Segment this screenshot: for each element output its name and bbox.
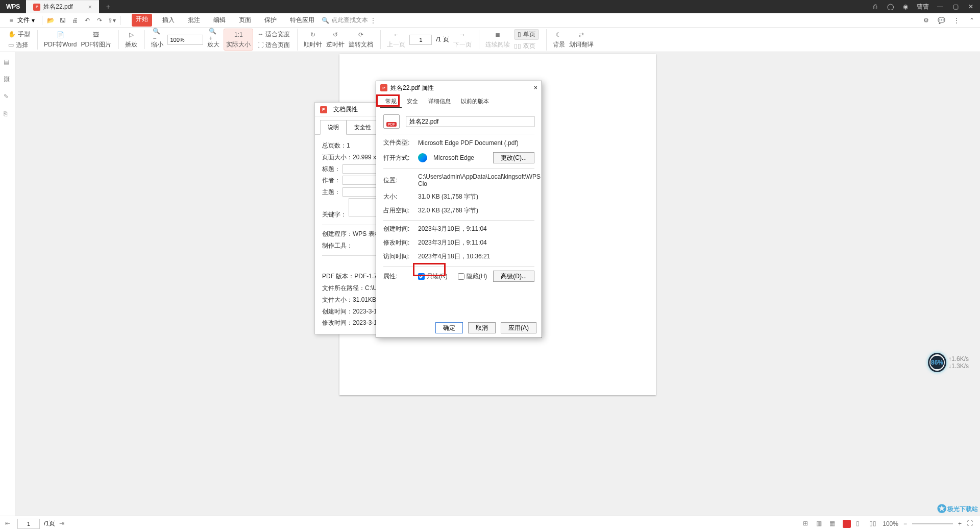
rotate-ccw-button[interactable]: ↺逆时针 [326,30,345,49]
page-number-input[interactable] [409,35,432,45]
windows-properties-dialog: P 姓名22.pdf 属性 × 常规 安全 详细信息 以前的版本 文件类型:Mi… [376,81,542,338]
prev-page-button[interactable]: ←上一页 [387,30,405,49]
cancel-button[interactable]: 取消 [468,322,496,333]
print-icon[interactable]: 🖨 [71,16,79,25]
sync-icon[interactable]: ◯ [886,3,894,11]
tab-annotate[interactable]: 批注 [185,14,203,27]
tab-security[interactable]: 安全性 [347,120,379,134]
thumbnails-icon[interactable]: ▤ [4,58,12,66]
tab-details[interactable]: 详细信息 [423,95,456,108]
maximize-icon[interactable]: ▢ [951,3,960,11]
status-page-input[interactable] [17,519,40,529]
document-canvas: P 文档属性 说明 安全性 总页数：1 页面大小：20.999 x 29 标题：… [15,52,980,516]
double-page-button[interactable]: ▯▯双页 [514,42,539,51]
dialog-title: 文档属性 [333,105,358,114]
tab-previous-versions[interactable]: 以前的版本 [456,95,494,108]
background-button[interactable]: ☾背景 [553,30,565,49]
next-page-button[interactable]: →下一页 [453,30,472,49]
pdf-to-image-button[interactable]: 🖼PDF转图片 [81,30,111,49]
add-tab-button[interactable]: + [99,3,117,11]
apply-button[interactable]: 应用(A) [501,322,536,333]
file-menu-button[interactable]: ≡ 文件 ▾ [4,15,38,26]
zoom-out-icon[interactable]: − [903,520,907,527]
view-icon[interactable]: ▥ [816,520,824,528]
fit-width-button[interactable]: ↔适合宽度 [257,30,290,39]
tab-insert[interactable]: 插入 [159,14,178,27]
save-icon[interactable]: 🖫 [59,16,67,25]
fit-page-button[interactable]: ⛶适合页面 [257,41,290,50]
layout-icon[interactable]: ▦ [829,520,838,528]
filename-input[interactable] [406,116,534,127]
page-icon[interactable]: ▯ [856,520,864,528]
open-icon[interactable]: 📂 [46,16,55,25]
close-window-icon[interactable]: ✕ [967,3,975,11]
pdf-icon: P [320,106,327,113]
user-avatar[interactable]: ◉ [901,3,910,11]
image-icon[interactable]: 🖼 [4,76,12,84]
rotate-cw-button[interactable]: ↻顺时针 [304,30,322,49]
close-icon[interactable]: × [88,4,92,11]
left-sidebar: ▤ 🖼 ✎ ⎘ [0,52,15,516]
chevron-down-icon: ▾ [32,17,35,24]
search-box[interactable]: 🔍 点此查找文本 ⋮ [322,16,376,25]
tab-general[interactable]: 常规 [380,95,402,108]
tab-start[interactable]: 开始 [132,14,152,27]
zoom-in-button[interactable]: 🔍+放大 [207,30,219,49]
settings-icon[interactable]: ⚙ [922,16,930,25]
menu-tabs: 开始 插入 批注 编辑 页面 保护 特色应用 [132,14,317,27]
bookmark-icon[interactable]: ✎ [4,93,12,101]
undo-icon[interactable]: ↶ [83,16,91,25]
document-tab[interactable]: P 姓名22.pdf × [26,0,99,13]
pdf-to-word-button[interactable]: 📄PDF转Word [44,30,77,49]
menu-icon: ≡ [7,16,15,25]
zoom-slider[interactable] [912,523,953,524]
minimize-icon[interactable]: — [936,3,944,11]
collapse-icon[interactable]: ⌃ [968,16,976,25]
tab-edit[interactable]: 编辑 [210,14,229,27]
hidden-checkbox[interactable]: 隐藏(H) [458,272,487,281]
overflow-icon[interactable]: ⋮ [952,16,961,25]
export-icon[interactable]: ⇪▾ [108,16,116,25]
fullscreen-icon[interactable]: ⛶ [967,520,975,528]
watermark: ✪极光下载站 [937,502,978,516]
statusbar: ⇤ /1页 ⇥ ⊞ ▥ ▦ ▯ ▯▯ 100% − + ⛶ [0,516,980,531]
close-icon[interactable]: × [534,84,537,91]
change-button[interactable]: 更改(C)... [493,152,534,163]
tab-security[interactable]: 安全 [402,95,423,108]
continuous-read-button[interactable]: ≣连续阅读 [485,30,510,49]
hand-tool[interactable]: ✋手型 [8,30,30,39]
single-page-button[interactable]: ▯单页 [514,29,539,40]
tool-icon[interactable]: ⊞ [803,520,811,528]
tab-description[interactable]: 说明 [320,120,347,135]
feedback-icon[interactable]: 💬 [937,16,945,25]
ok-button[interactable]: 确定 [435,322,463,333]
tab-protect[interactable]: 保护 [261,14,280,27]
top-toolbar: ≡ 文件 ▾ 📂 🖫 🖨 ↶ ↷ ⇪▾ 开始 插入 批注 编辑 页面 保护 特色… [0,13,980,28]
speed-gauge[interactable]: 86% ↑1.6K/s ↓1.3K/s [928,352,969,373]
actual-size-button[interactable]: 1:1实际大小 [224,29,253,51]
tab-page[interactable]: 页面 [236,14,254,27]
spread-icon[interactable]: ▯▯ [869,520,877,528]
select-tool[interactable]: ▭选择 [8,41,30,50]
translate-button[interactable]: ⇄划词翻译 [569,30,594,49]
readonly-checkbox[interactable]: 只读(R) [418,272,448,281]
ribbon: ✋手型 ▭选择 📄PDF转Word 🖼PDF转图片 ▷播放 🔍−缩小 🔍+放大 … [0,28,980,52]
zoom-in-icon[interactable]: + [958,520,962,527]
pdf-icon: P [33,4,40,11]
notification-icon[interactable]: ⎙ [871,3,879,11]
tab-title: 姓名22.pdf [43,3,72,11]
tab-special[interactable]: 特色应用 [287,14,317,27]
record-icon[interactable] [843,520,851,528]
rotate-doc-button[interactable]: ⟳旋转文档 [349,30,373,49]
zoom-out-button[interactable]: 🔍−缩小 [151,30,163,49]
main-area: ▤ 🖼 ✎ ⎘ P 文档属性 说明 安全性 总页数：1 页面大小：20.999 … [0,52,980,516]
search-icon: 🔍 [322,17,329,24]
zoom-input[interactable] [167,35,203,45]
attachment-icon[interactable]: ⎘ [4,110,12,118]
first-page-icon[interactable]: ⇤ [5,520,13,528]
advanced-button[interactable]: 高级(D)... [493,271,534,282]
edge-icon [418,153,427,162]
play-button[interactable]: ▷播放 [125,30,137,49]
last-page-icon[interactable]: ⇥ [59,520,67,528]
redo-icon[interactable]: ↷ [95,16,104,25]
